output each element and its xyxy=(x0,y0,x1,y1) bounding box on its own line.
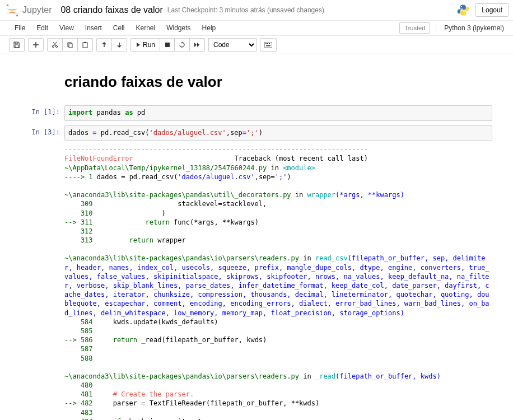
cell-type-select[interactable]: Code xyxy=(208,38,256,52)
menu-cell[interactable]: Cell xyxy=(108,22,130,34)
markdown-heading: criando faixas de valor xyxy=(64,73,492,91)
input-prompt: In [1]: xyxy=(21,105,64,121)
menu-edit[interactable]: Edit xyxy=(31,22,54,34)
run-button[interactable]: Run xyxy=(130,38,160,52)
svg-rect-6 xyxy=(83,43,87,48)
stop-icon xyxy=(165,42,170,48)
save-icon xyxy=(13,41,20,48)
keyboard-icon xyxy=(264,42,272,48)
svg-rect-11 xyxy=(267,43,268,44)
svg-rect-13 xyxy=(266,45,271,46)
fast-forward-icon xyxy=(194,41,200,48)
menu-file[interactable]: File xyxy=(9,22,31,34)
code-input[interactable]: dados = pd.read_csv('dados/aluguel.csv',… xyxy=(64,125,492,141)
plus-icon xyxy=(32,41,39,48)
paste-icon xyxy=(82,41,88,48)
restart-run-all-button[interactable] xyxy=(190,38,205,52)
jupyter-icon xyxy=(4,2,20,18)
checkpoint-status: Last Checkpoint: 3 minutos atrás (unsave… xyxy=(167,6,324,14)
copy-button[interactable] xyxy=(63,38,78,52)
menu-widgets[interactable]: Widgets xyxy=(161,22,196,34)
copy-icon xyxy=(67,41,73,48)
traceback-output: ----------------------------------------… xyxy=(64,145,492,420)
svg-rect-8 xyxy=(165,43,170,47)
cut-icon xyxy=(52,41,58,48)
restart-icon xyxy=(179,41,185,48)
code-cell[interactable]: In [3]: dados = pd.read_csv('dados/alugu… xyxy=(21,125,492,141)
svg-rect-7 xyxy=(84,42,86,43)
jupyter-text: Jupyter xyxy=(22,5,52,15)
kernel-indicator: Python 3 (ipykernel) xyxy=(436,24,504,32)
interrupt-button[interactable] xyxy=(160,38,175,52)
menu-view[interactable]: View xyxy=(54,22,80,34)
svg-point-0 xyxy=(7,4,9,7)
svg-rect-12 xyxy=(269,43,270,44)
arrow-up-icon xyxy=(101,41,108,48)
output-cell: ----------------------------------------… xyxy=(21,145,492,420)
input-prompt: In [3]: xyxy=(21,125,64,141)
logout-button[interactable]: Logout xyxy=(475,3,509,17)
cut-button[interactable] xyxy=(47,38,63,52)
svg-rect-10 xyxy=(265,43,267,44)
svg-rect-5 xyxy=(69,44,72,48)
jupyter-logo[interactable]: Jupyter xyxy=(4,2,52,18)
menu-kernel[interactable]: Kernel xyxy=(130,22,161,34)
run-icon xyxy=(136,42,141,48)
notebook-container: criando faixas de valor In [1]: import p… xyxy=(0,54,513,420)
svg-point-1 xyxy=(16,15,18,17)
markdown-cell[interactable]: criando faixas de valor xyxy=(21,71,492,101)
paste-button[interactable] xyxy=(78,38,93,52)
code-cell[interactable]: In [1]: import pandas as pd xyxy=(21,105,492,121)
add-cell-button[interactable] xyxy=(28,38,44,52)
move-up-button[interactable] xyxy=(96,38,112,52)
toolbar: Run Code xyxy=(0,36,513,54)
arrow-down-icon xyxy=(116,41,123,48)
code-input[interactable]: import pandas as pd xyxy=(64,105,492,121)
menubar: File Edit View Insert Cell Kernel Widget… xyxy=(0,21,513,36)
restart-button[interactable] xyxy=(175,38,190,52)
menu-help[interactable]: Help xyxy=(197,22,222,34)
trusted-indicator[interactable]: Trusted xyxy=(399,22,430,34)
move-down-button[interactable] xyxy=(112,38,127,52)
python-icon xyxy=(456,3,470,17)
save-button[interactable] xyxy=(9,38,25,52)
svg-rect-9 xyxy=(264,42,272,48)
command-palette-button[interactable] xyxy=(260,38,277,52)
header-bar: Jupyter 08 criando faixas de valor Last … xyxy=(0,0,513,21)
notebook-name[interactable]: 08 criando faixas de valor xyxy=(60,5,162,15)
menu-insert[interactable]: Insert xyxy=(80,22,108,34)
